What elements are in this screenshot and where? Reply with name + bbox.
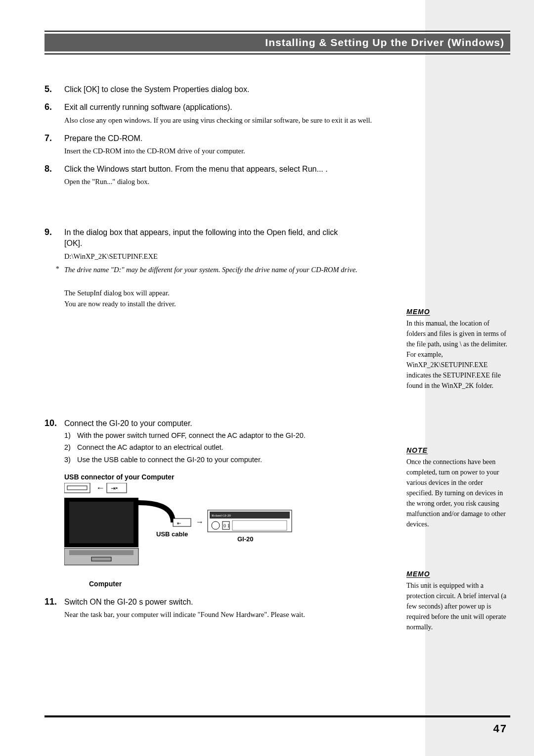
step-text: In the dialog box that appears, input th… xyxy=(64,227,351,249)
substep-2: 2)Connect the AC adaptor to an electrica… xyxy=(64,441,410,454)
svg-rect-10 xyxy=(173,519,191,526)
svg-rect-1 xyxy=(67,486,87,490)
step-note-row: * The drive name "D:" may be different f… xyxy=(55,265,410,276)
memo-text: In this manual, the location of folders … xyxy=(406,318,510,391)
page-number: 47 xyxy=(493,722,507,735)
note-text: Once the connections have been completed… xyxy=(406,457,510,529)
step-number: 5. xyxy=(44,84,64,95)
step-10: 10. Connect the GI-20 to your computer. … xyxy=(44,418,410,466)
substep-1: 1)With the power switch turned OFF, conn… xyxy=(64,429,410,442)
section-title-bar: Installing & Setting Up the Driver (Wind… xyxy=(44,31,510,54)
step-8: 8. Click the Windows start button. From … xyxy=(44,164,410,188)
note-label: NOTE xyxy=(406,445,510,456)
svg-text:Roland GI-20: Roland GI-20 xyxy=(212,514,231,518)
step-7: 7. Prepare the CD-ROM. Insert the CD-ROM… xyxy=(44,133,410,157)
step-6: 6. Exit all currently running software (… xyxy=(44,102,410,126)
svg-text:0 1: 0 1 xyxy=(223,523,230,528)
memo-text: This unit is equipped with a protection … xyxy=(406,580,510,632)
step-9: 9. In the dialog box that appears, input… xyxy=(44,227,410,310)
step-after-2: You are now ready to install the driver. xyxy=(64,299,410,310)
diagram-svg: ← ⇥• ⇤ → Roland GI-20 0 1 USB cable GI-2… xyxy=(64,483,302,577)
memo-label: MEMO xyxy=(406,569,510,579)
steps-column: 5. Click [OK] to close the System Proper… xyxy=(44,84,410,627)
step-subtext: Insert the CD-ROM into the CD-ROM drive … xyxy=(64,146,410,157)
svg-rect-0 xyxy=(64,483,90,493)
svg-rect-6 xyxy=(69,502,134,543)
step-text: Switch ON the GI-20 s power switch. xyxy=(64,597,410,608)
svg-text:⇥•: ⇥• xyxy=(111,485,118,492)
svg-text:⇤: ⇤ xyxy=(177,520,181,526)
step-after-1: The SetupInf dialog box will appear. xyxy=(64,287,410,298)
step-subtext: Also close any open windows. If you are … xyxy=(64,115,410,126)
step-path: D:\WinXP_2K\SETUPINF.EXE xyxy=(64,251,410,262)
step-text: Connect the GI-20 to your computer. xyxy=(64,418,410,429)
sidebar-memo-2: MEMO This unit is equipped with a protec… xyxy=(406,569,510,632)
step-text: Prepare the CD-ROM. xyxy=(64,133,410,144)
step-number: 11. xyxy=(44,597,64,620)
step-number: 8. xyxy=(44,164,64,188)
bottom-rule xyxy=(44,715,510,717)
diagram-title: USB connector of your Computer xyxy=(64,473,410,481)
usb-cable-label: USB cable xyxy=(156,530,188,538)
step-text: Click [OK] to close the System Propertie… xyxy=(64,84,410,95)
step-number: 10. xyxy=(44,418,64,466)
svg-rect-9 xyxy=(91,557,111,561)
step-subtext: Open the "Run..." dialog box. xyxy=(64,177,410,188)
step-11: 11. Switch ON the GI-20 s power switch. … xyxy=(44,597,410,620)
svg-rect-8 xyxy=(69,550,134,555)
sidebar-note-1: NOTE Once the connections have been comp… xyxy=(406,445,510,529)
sidebar-memo-1: MEMO In this manual, the location of fol… xyxy=(406,307,510,391)
section-title: Installing & Setting Up the Driver (Wind… xyxy=(44,34,510,51)
step-note: The drive name "D:" may be different for… xyxy=(64,265,357,276)
step-number: 6. xyxy=(44,102,64,126)
memo-label: MEMO xyxy=(406,307,510,317)
asterisk: * xyxy=(55,265,64,276)
step-5: 5. Click [OK] to close the System Proper… xyxy=(44,84,410,95)
svg-text:←: ← xyxy=(96,483,105,493)
gi20-label: GI-20 xyxy=(237,535,254,543)
connection-diagram: USB connector of your Computer ← ⇥• ⇤ → … xyxy=(64,473,410,588)
computer-label: Computer xyxy=(89,580,410,588)
step-text: Exit all currently running software (app… xyxy=(64,102,410,113)
step-number: 7. xyxy=(44,133,64,157)
svg-text:→: → xyxy=(196,518,204,526)
step-subtext: Near the task bar, your computer will in… xyxy=(64,610,410,620)
substep-3: 3)Use the USB cable to connect the GI-20… xyxy=(64,454,410,466)
step-text: Click the Windows start button. From the… xyxy=(64,164,410,175)
